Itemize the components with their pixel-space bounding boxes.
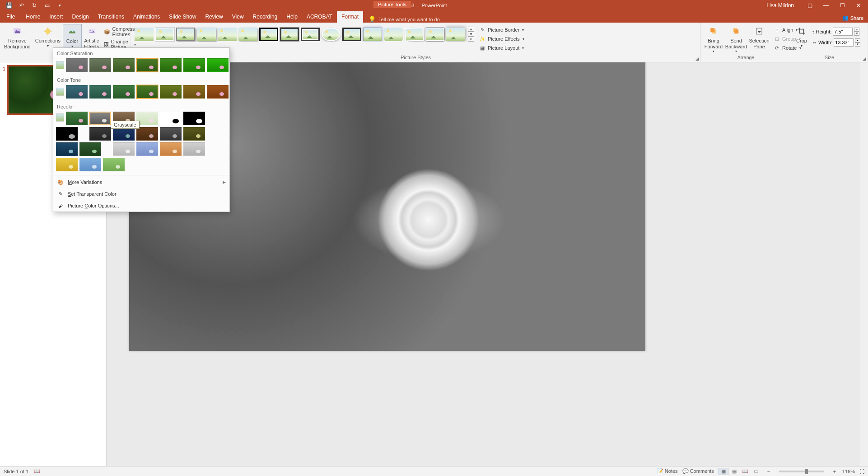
tab-recording[interactable]: Recording [248, 11, 282, 23]
gallery-down-icon[interactable]: ▼ [468, 32, 474, 37]
recolor-thumb[interactable] [160, 127, 182, 141]
picture-style-thumb[interactable] [259, 28, 278, 41]
width-down-icon[interactable]: ▼ [855, 42, 860, 47]
picture-style-thumb[interactable] [155, 28, 174, 41]
saturation-thumb[interactable] [183, 58, 205, 72]
tab-view[interactable]: View [228, 11, 248, 23]
tab-slide-show[interactable]: Slide Show [164, 11, 201, 23]
width-input[interactable] [834, 38, 854, 47]
slide-sorter-view-icon[interactable]: ▤ [729, 468, 739, 475]
picture-style-thumb[interactable] [425, 28, 444, 41]
recolor-thumb[interactable] [183, 142, 205, 156]
tab-file[interactable]: File [0, 11, 21, 23]
dialog-launcher-icon[interactable]: ◢ [863, 56, 866, 61]
selection-pane-button[interactable]: Selection Pane [748, 24, 770, 49]
recolor-thumb-washout[interactable] [136, 112, 158, 125]
tab-format[interactable]: Format [337, 11, 363, 23]
picture-style-thumb[interactable] [218, 28, 237, 41]
zoom-level[interactable]: 116% [842, 469, 855, 474]
picture-border-button[interactable]: ✎Picture Border▾ [478, 26, 525, 34]
set-transparent-color-menu[interactable]: ✎ Set Transparent Color [53, 188, 229, 200]
tab-home[interactable]: Home [21, 11, 45, 23]
tab-review[interactable]: Review [201, 11, 227, 23]
saturation-thumb[interactable] [207, 58, 229, 72]
fit-to-window-icon[interactable]: ⛶ [859, 469, 864, 474]
tone-thumb[interactable] [136, 85, 158, 99]
saturation-thumb[interactable] [89, 58, 111, 72]
gallery-scroll[interactable]: ▲ ▼ ▾ [468, 27, 474, 42]
tone-thumb[interactable] [113, 85, 135, 99]
corrections-button[interactable]: Corrections▾ [33, 24, 63, 48]
zoom-in-button[interactable]: + [831, 469, 838, 474]
redo-icon[interactable]: ↻ [30, 1, 39, 10]
zoom-slider[interactable] [779, 471, 824, 472]
picture-style-thumb[interactable] [176, 28, 195, 41]
width-field[interactable]: ↔ Width: ▲▼ [812, 38, 860, 47]
tab-transitions[interactable]: Transitions [93, 11, 129, 23]
recolor-thumb[interactable] [136, 127, 158, 141]
recolor-thumb[interactable] [113, 142, 135, 156]
remove-background-button[interactable]: Remove Background [2, 24, 33, 49]
height-down-icon[interactable]: ▼ [854, 32, 859, 36]
tone-thumb[interactable] [183, 85, 205, 99]
saturation-thumb[interactable] [136, 58, 158, 72]
comments-button[interactable]: 💬 Comments [682, 468, 714, 474]
recolor-thumb[interactable] [56, 158, 78, 171]
picture-layout-button[interactable]: ▦Picture Layout▾ [478, 44, 525, 52]
tell-me-search[interactable]: 💡Tell me what you want to do [369, 16, 440, 23]
minimize-icon[interactable]: — [821, 0, 831, 10]
tab-animations[interactable]: Animations [129, 11, 164, 23]
tab-acrobat[interactable]: ACROBAT [302, 11, 337, 23]
picture-style-thumb[interactable] [135, 28, 154, 41]
normal-view-icon[interactable]: ▦ [719, 468, 728, 475]
bring-forward-button[interactable]: Bring Forward▾ [703, 24, 724, 53]
picture-color-options-menu[interactable]: 🖌 Picture Color Options... [53, 200, 229, 212]
picture-style-thumb[interactable] [363, 28, 382, 41]
picture-style-thumb[interactable] [342, 28, 361, 41]
recolor-thumb[interactable] [79, 158, 101, 171]
tab-insert[interactable]: Insert [45, 11, 67, 23]
recolor-thumb[interactable] [160, 142, 182, 156]
gallery-more-icon[interactable]: ▾ [468, 37, 474, 42]
height-input[interactable] [833, 28, 853, 36]
width-up-icon[interactable]: ▲ [855, 38, 860, 42]
qat-customize-icon[interactable]: ▾ [55, 1, 64, 10]
undo-icon[interactable]: ↶ [17, 1, 26, 10]
picture-style-thumb[interactable] [238, 28, 257, 41]
color-button[interactable]: Color▾ [63, 24, 82, 49]
recolor-thumb-no-recolor[interactable] [66, 112, 88, 125]
picture-style-thumb[interactable] [197, 28, 216, 41]
slide-show-view-icon[interactable]: ▭ [751, 468, 761, 475]
saturation-thumb[interactable] [113, 58, 135, 72]
more-variations-menu[interactable]: 🎨 More Variations ▶ [53, 176, 229, 188]
recolor-thumb[interactable] [136, 142, 158, 156]
recolor-thumb[interactable] [56, 142, 78, 156]
reading-view-icon[interactable]: 📖 [740, 468, 750, 475]
tone-thumb[interactable] [89, 85, 111, 99]
picture-style-thumb[interactable] [404, 27, 424, 41]
share-button[interactable]: 👥Share [842, 15, 863, 21]
picture-style-thumb[interactable] [322, 28, 341, 41]
picture-style-thumb[interactable] [280, 28, 299, 41]
close-icon[interactable]: ✕ [854, 0, 863, 10]
picture-style-thumb[interactable] [384, 28, 403, 41]
tone-thumb[interactable] [207, 85, 229, 99]
tab-help[interactable]: Help [282, 11, 302, 23]
vertical-scrollbar[interactable] [860, 62, 868, 466]
maximize-icon[interactable]: ☐ [837, 0, 847, 10]
recolor-thumb[interactable] [89, 127, 111, 141]
ribbon-display-options-icon[interactable]: ▢ [805, 0, 815, 10]
saturation-thumb[interactable] [160, 58, 182, 72]
saturation-thumb[interactable] [66, 58, 88, 72]
tone-thumb[interactable] [160, 85, 182, 99]
start-from-beginning-icon[interactable]: ▭ [42, 1, 51, 10]
picture-style-thumb[interactable] [301, 28, 320, 41]
crop-button[interactable]: Crop▾ [793, 24, 810, 48]
dialog-launcher-icon[interactable]: ◢ [695, 56, 699, 61]
recolor-thumb-bw-75[interactable] [56, 127, 78, 141]
tone-thumb[interactable] [66, 85, 88, 99]
notes-button[interactable]: 📝 Notes [657, 468, 678, 474]
recolor-thumb[interactable] [113, 127, 135, 141]
height-field[interactable]: ↕ Height: ▲▼ [812, 28, 860, 36]
save-icon[interactable]: 💾 [5, 1, 14, 10]
